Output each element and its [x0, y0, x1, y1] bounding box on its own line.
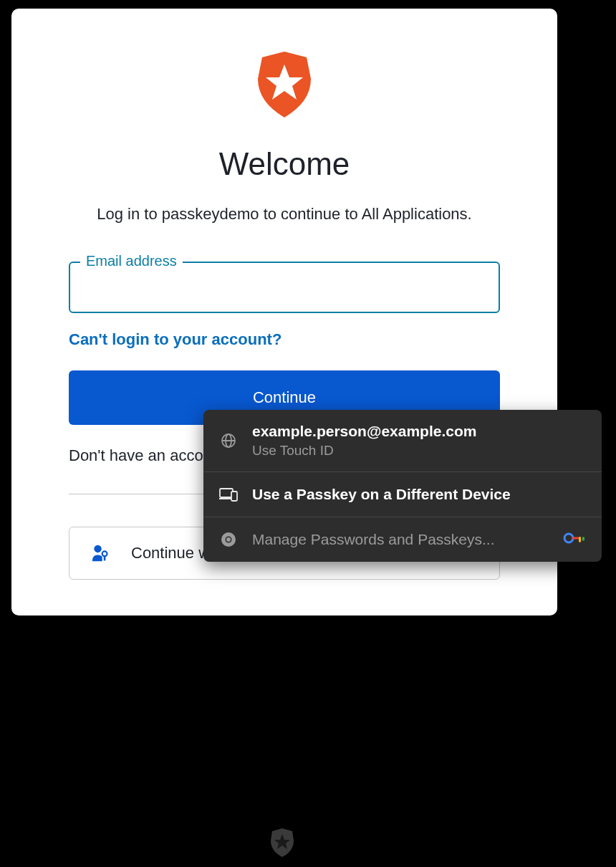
shield-star-icon	[255, 52, 314, 118]
passkey-email: example.person@example.com	[252, 423, 586, 440]
popup-item-text: example.person@example.com Use Touch ID	[252, 423, 586, 459]
other-device-label: Use a Passkey on a Different Device	[252, 486, 586, 503]
svg-rect-2	[104, 555, 106, 560]
cant-login-link[interactable]: Can't login to your account?	[69, 330, 281, 349]
devices-icon	[219, 485, 238, 504]
google-key-icon	[563, 532, 586, 547]
globe-icon	[219, 431, 238, 450]
popup-item-text: Use a Passkey on a Different Device	[252, 486, 586, 503]
footer-shield-icon	[269, 828, 295, 860]
passkey-autofill-popup: example.person@example.com Use Touch ID …	[203, 410, 602, 562]
manage-passwords-item[interactable]: Manage Passwords and Passkeys...	[203, 517, 602, 562]
svg-rect-8	[231, 492, 237, 501]
svg-rect-15	[582, 537, 584, 541]
svg-rect-14	[579, 537, 581, 542]
svg-point-11	[226, 537, 231, 542]
email-field-wrap: Email address	[69, 262, 500, 313]
svg-point-0	[94, 545, 101, 552]
svg-point-12	[564, 534, 573, 542]
passkey-person-icon	[91, 544, 110, 562]
passkey-suggestion-item[interactable]: example.person@example.com Use Touch ID	[203, 410, 602, 472]
page-subtitle: Log in to passkeydemo to continue to All…	[69, 202, 500, 226]
passkey-other-device-item[interactable]: Use a Passkey on a Different Device	[203, 472, 602, 517]
popup-item-text: Manage Passwords and Passkeys...	[252, 531, 549, 548]
passkey-method: Use Touch ID	[252, 443, 586, 459]
page-title: Welcome	[69, 146, 500, 182]
email-label: Email address	[80, 253, 183, 269]
auth0-logo	[69, 52, 500, 118]
chrome-icon	[219, 530, 238, 549]
manage-passwords-label: Manage Passwords and Passkeys...	[252, 531, 549, 548]
svg-point-1	[102, 551, 107, 556]
